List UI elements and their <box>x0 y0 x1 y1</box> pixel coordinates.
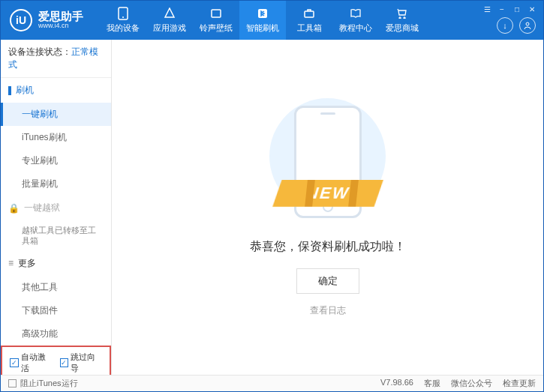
phone-icon <box>116 7 130 20</box>
cart-icon <box>395 7 409 20</box>
music-icon <box>209 7 223 20</box>
minimize-icon[interactable]: − <box>497 4 507 14</box>
nav-label: 应用游戏 <box>153 22 186 34</box>
nav-label: 爱思商城 <box>386 22 419 34</box>
apps-icon <box>163 7 176 20</box>
section-title: 一键越狱 <box>24 202 60 214</box>
logo-section: iU 爱思助手 www.i4.cn <box>1 9 92 31</box>
success-message: 恭喜您，保资料刷机成功啦！ <box>250 239 406 255</box>
download-icon[interactable]: ↓ <box>497 17 513 34</box>
section-more[interactable]: ≡ 更多 <box>1 251 111 276</box>
nav-tutorial[interactable]: 教程中心 <box>332 1 379 40</box>
checkbox-label: 阻止iTunes运行 <box>20 378 78 389</box>
checkbox-auto-activate[interactable]: ✓ 自动激活 <box>10 352 53 374</box>
svg-rect-2 <box>212 10 221 17</box>
app-header: iU 爱思助手 www.i4.cn 我的设备 应用游戏 铃声壁纸 智能刷机 工具… <box>1 1 543 40</box>
lock-icon: 🔒 <box>8 203 20 214</box>
nav-label: 智能刷机 <box>246 22 279 34</box>
sidebar: 设备连接状态：正常模式 刷机 一键刷机 iTunes刷机 专业刷机 批量刷机 🔒… <box>1 40 112 375</box>
jailbreak-note: 越狱工具已转移至工具箱 <box>1 220 111 251</box>
nav-store[interactable]: 爱思商城 <box>379 1 425 40</box>
checkbox-label: 跳过向导 <box>71 352 102 374</box>
new-ribbon: NEW <box>272 180 383 207</box>
nav-label: 教程中心 <box>339 22 372 34</box>
connection-status: 设备连接状态：正常模式 <box>1 40 111 78</box>
checkbox-highlight: ✓ 自动激活 ✓ 跳过向导 <box>1 346 111 375</box>
sidebar-item-batch[interactable]: 批量刷机 <box>1 172 111 196</box>
section-jailbreak[interactable]: 🔒 一键越狱 <box>1 196 111 220</box>
footer: 阻止iTunes运行 V7.98.66 客服 微信公众号 检查更新 <box>1 375 543 391</box>
sidebar-item-other[interactable]: 其他工具 <box>1 276 111 299</box>
section-flash[interactable]: 刷机 <box>1 78 111 103</box>
toolbox-icon <box>302 7 316 20</box>
logo-icon: iU <box>10 9 32 31</box>
svg-rect-3 <box>258 9 267 18</box>
checkbox-icon: ✓ <box>10 358 19 367</box>
version-label: V7.98.66 <box>380 378 413 389</box>
checkbox-skip-guide[interactable]: ✓ 跳过向导 <box>60 352 103 374</box>
sidebar-item-advanced[interactable]: 高级功能 <box>1 322 111 346</box>
sidebar-item-itunes[interactable]: iTunes刷机 <box>1 126 111 149</box>
window-controls: ☰ − □ ✕ <box>476 1 543 17</box>
nav-label: 工具箱 <box>297 22 322 34</box>
close-icon[interactable]: ✕ <box>527 4 537 14</box>
success-illustration: NEW <box>268 98 388 226</box>
app-subtitle: www.i4.cn <box>38 22 83 30</box>
checkbox-icon: ✓ <box>60 358 69 367</box>
bar-icon <box>8 86 11 95</box>
confirm-button[interactable]: 确定 <box>296 268 359 294</box>
section-title: 更多 <box>18 257 36 270</box>
status-label: 设备连接状态： <box>8 46 71 57</box>
nav-apps[interactable]: 应用游戏 <box>146 1 193 40</box>
svg-rect-4 <box>305 11 314 17</box>
header-actions: ↓ <box>497 17 536 34</box>
book-icon <box>349 7 362 20</box>
nav-toolbox[interactable]: 工具箱 <box>286 1 332 40</box>
block-itunes-checkbox[interactable]: 阻止iTunes运行 <box>8 378 78 389</box>
sidebar-item-pro[interactable]: 专业刷机 <box>1 149 111 172</box>
main-content: NEW 恭喜您，保资料刷机成功啦！ 确定 查看日志 <box>112 40 543 375</box>
view-log-link[interactable]: 查看日志 <box>310 304 346 317</box>
user-icon[interactable] <box>519 17 536 34</box>
nav-my-device[interactable]: 我的设备 <box>100 1 146 40</box>
footer-support[interactable]: 客服 <box>424 378 440 389</box>
footer-wechat[interactable]: 微信公众号 <box>451 378 492 389</box>
menu-icon[interactable]: ☰ <box>482 4 492 14</box>
footer-update[interactable]: 检查更新 <box>503 378 536 389</box>
main-nav: 我的设备 应用游戏 铃声壁纸 智能刷机 工具箱 教程中心 爱思商城 <box>100 1 425 40</box>
nav-label: 我的设备 <box>107 22 140 34</box>
nav-ringtone[interactable]: 铃声壁纸 <box>193 1 239 40</box>
nav-label: 铃声壁纸 <box>200 22 233 34</box>
maximize-icon[interactable]: □ <box>512 4 522 14</box>
checkbox-icon <box>8 379 17 388</box>
app-title: 爱思助手 <box>38 10 83 23</box>
sidebar-item-oneclick[interactable]: 一键刷机 <box>1 103 111 126</box>
flash-icon <box>256 7 269 20</box>
svg-point-1 <box>122 16 124 18</box>
nav-flash[interactable]: 智能刷机 <box>239 1 286 40</box>
checkbox-label: 自动激活 <box>21 352 53 374</box>
section-title: 刷机 <box>16 84 34 97</box>
svg-point-5 <box>526 22 529 25</box>
sidebar-item-download[interactable]: 下载固件 <box>1 299 111 322</box>
menu-lines-icon: ≡ <box>8 258 14 268</box>
